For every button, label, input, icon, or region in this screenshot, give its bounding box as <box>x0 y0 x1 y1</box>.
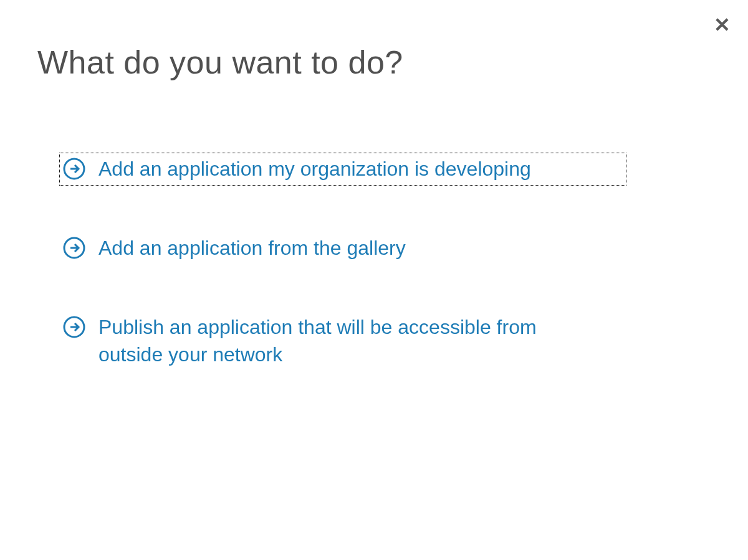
options-list: Add an application my organization is de… <box>62 156 711 368</box>
option-label: Add an application my organization is de… <box>98 156 531 183</box>
arrow-circle-icon <box>62 157 86 181</box>
option-publish-external[interactable]: Publish an application that will be acce… <box>62 314 623 368</box>
arrow-circle-icon <box>62 236 86 260</box>
option-add-developing[interactable]: Add an application my organization is de… <box>62 156 623 183</box>
dialog: What do you want to do? Add an applicati… <box>0 0 748 368</box>
option-label: Add an application from the gallery <box>98 235 406 262</box>
dialog-title: What do you want to do? <box>37 44 711 81</box>
option-add-gallery[interactable]: Add an application from the gallery <box>62 235 623 262</box>
arrow-circle-icon <box>62 315 86 339</box>
option-label: Publish an application that will be acce… <box>98 314 578 368</box>
close-icon[interactable]: ✕ <box>714 15 731 35</box>
